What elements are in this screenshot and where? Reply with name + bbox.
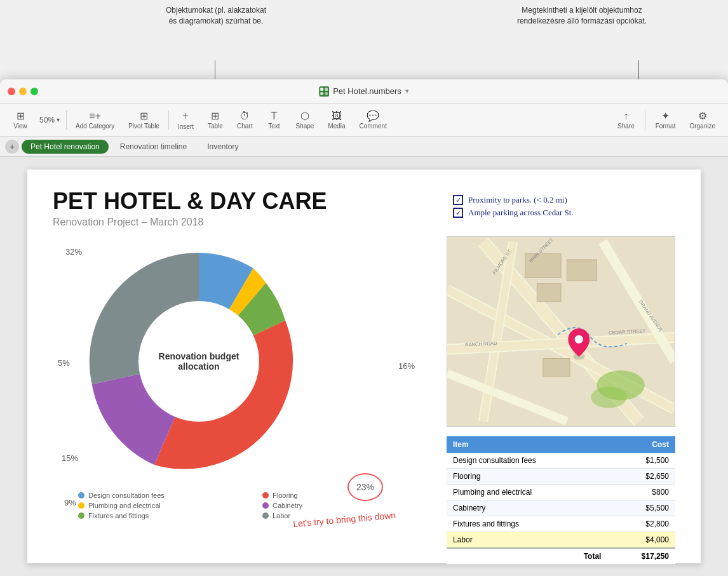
table-cell-item: Flooring (447, 469, 607, 485)
zoom-value: 50% (39, 116, 55, 124)
organize-icon: ⚙ (698, 110, 707, 122)
table-row: Design consultation fees$1,500 (447, 453, 675, 469)
minimize-button[interactable] (19, 88, 27, 95)
insert-button[interactable]: ＋ Insert (172, 107, 200, 133)
toolbar-sep-3 (645, 111, 645, 130)
legend-dot-flooring (262, 492, 269, 499)
chart-label-9: 9% (64, 498, 76, 507)
table-button[interactable]: ⊞ Table (201, 107, 229, 132)
checklist-item-0: ✓ Proximity to parks. (< 0.2 mi) (453, 195, 669, 205)
document-title: PET HOTEL & DAY CARE (53, 189, 434, 214)
svg-rect-3 (320, 92, 323, 95)
table-icon: ⊞ (211, 110, 219, 122)
chart-label-23: 23% (347, 473, 383, 501)
tab-pet-hotel-renovation[interactable]: Pet Hotel renovation (22, 140, 109, 154)
table-row: Fixtures and fittings$2,800 (447, 516, 675, 532)
pivot-table-button[interactable]: ⊞ Pivot Table (122, 107, 166, 132)
text-button[interactable]: T Text (260, 108, 288, 132)
legend-label-design: Design consultation fees (88, 492, 165, 499)
title-chevron[interactable]: ▾ (405, 87, 409, 95)
map-svg: FILMORE ST. MAIN STREET RANCH ROAD CEDAR… (447, 237, 675, 426)
table-cell-item: Fixtures and fittings (447, 516, 607, 532)
media-button[interactable]: 🖼 Media (321, 108, 351, 132)
zoom-control[interactable]: 50% ▾ (36, 114, 64, 126)
view-button[interactable]: ⊞ View (6, 107, 34, 132)
legend-dot-labor (262, 512, 269, 519)
chart-icon: ⏱ (239, 111, 250, 122)
tab-inventory[interactable]: Inventory (198, 140, 247, 154)
table-row: Labor$4,000 (447, 532, 675, 549)
window-title: Pet Hotel.numbers (333, 86, 401, 96)
view-icon: ⊞ (17, 110, 25, 122)
table-cell-cost: $2,800 (607, 516, 675, 532)
legend-item-design: Design consultation fees (78, 492, 250, 499)
toolbar-group-category: ≡+ Add Category ⊞ Pivot Table (69, 107, 166, 132)
table-total-value: $17,250 (607, 548, 675, 565)
table-header-cost: Cost (607, 436, 675, 453)
svg-rect-20 (537, 284, 561, 302)
table-cell-item: Labor (447, 532, 607, 549)
format-button[interactable]: ✦ Format (649, 107, 682, 132)
checkbox-0[interactable]: ✓ (453, 195, 463, 205)
svg-point-29 (575, 335, 583, 344)
add-category-button[interactable]: ≡+ Add Category (69, 108, 121, 132)
table-cell-item: Design consultation fees (447, 453, 607, 469)
format-icon: ✦ (661, 110, 670, 122)
traffic-lights (8, 88, 38, 95)
comment-button[interactable]: 💬 Comment (353, 107, 393, 132)
table-total-label: Total (447, 548, 607, 565)
table-cell-cost: $800 (607, 485, 675, 500)
table-row: Flooring$2,650 (447, 469, 675, 485)
svg-rect-1 (320, 88, 323, 91)
svg-rect-22 (543, 358, 570, 376)
checklist-text-0: Proximity to parks. (< 0.2 mi) (468, 195, 567, 205)
toolbar-group-left: ⊞ View 50% ▾ (6, 107, 64, 132)
toolbar: ⊞ View 50% ▾ ≡+ Add Category ⊞ Pivot Tab… (0, 104, 728, 137)
svg-rect-2 (325, 88, 328, 91)
close-button[interactable] (8, 88, 15, 95)
text-icon: T (271, 111, 278, 122)
zoom-chevron-icon: ▾ (57, 116, 60, 123)
legend-label-plumbing: Plumbing and electrical (88, 502, 161, 509)
checkbox-1[interactable]: ✓ (453, 208, 463, 218)
checklist: ✓ Proximity to parks. (< 0.2 mi) ✓ Ample… (447, 189, 675, 227)
share-button[interactable]: ↑ Share (611, 108, 641, 132)
callout-right: Megtekintheti a kijelölt objektumhoz ren… (512, 5, 652, 27)
main-content[interactable]: PET HOTEL & DAY CARE Renovation Project … (0, 157, 728, 576)
legend-item-cabinetry: Cabinetry (262, 502, 434, 509)
pivot-table-icon: ⊞ (140, 110, 148, 122)
right-column: ✓ Proximity to parks. (< 0.2 mi) ✓ Ample… (434, 189, 675, 565)
organize-button[interactable]: ⚙ Organize (683, 107, 722, 132)
add-sheet-button[interactable]: + (5, 140, 19, 154)
chart-button[interactable]: ⏱ Chart (231, 108, 259, 132)
table-row: Plumbing and electrical$800 (447, 485, 675, 500)
legend-dot-cabinetry (262, 502, 269, 509)
map-container: FILMORE ST. MAIN STREET RANCH ROAD CEDAR… (447, 236, 675, 427)
tab-renovation-timeline[interactable]: Renovation timeline (111, 140, 196, 154)
legend-item-flooring: Flooring (262, 492, 434, 499)
shape-icon: ⬡ (300, 110, 309, 122)
window: Pet Hotel.numbers ▾ ⊞ View 50% ▾ ≡+ Add … (0, 79, 728, 576)
fullscreen-button[interactable] (30, 88, 38, 95)
toolbar-group-insert: ＋ Insert ⊞ Table ⏱ Chart T Text ⬡ Shape … (172, 107, 393, 133)
legend-label-labor: Labor (273, 512, 290, 519)
shape-button[interactable]: ⬡ Shape (289, 107, 320, 132)
toolbar-sep-2 (168, 111, 169, 130)
annotation-layer: Objektumokat (pl. alakzatokat és diagram… (0, 0, 728, 83)
svg-rect-4 (325, 92, 328, 95)
donut-center-text: Renovation budget allocation (154, 351, 243, 372)
legend-dot-fixtures (78, 512, 84, 519)
media-icon: 🖼 (332, 111, 342, 122)
table-container: Item Cost Design consultation fees$1,500… (447, 436, 675, 565)
legend-label-flooring: Flooring (273, 492, 298, 499)
doc-header: PET HOTEL & DAY CARE Renovation Project … (53, 189, 434, 234)
table-cell-cost: $5,500 (607, 500, 675, 516)
table-cell-cost: $1,500 (607, 453, 675, 469)
add-sheet-icon: + (10, 142, 15, 152)
insert-icon: ＋ (180, 109, 191, 123)
legend-label-fixtures: Fixtures and fittings (88, 512, 149, 519)
titlebar-center: Pet Hotel.numbers ▾ (319, 86, 409, 97)
table-cell-cost: $2,650 (607, 469, 675, 485)
svg-point-18 (591, 387, 627, 408)
document-subtitle: Renovation Project – March 2018 (53, 217, 434, 228)
